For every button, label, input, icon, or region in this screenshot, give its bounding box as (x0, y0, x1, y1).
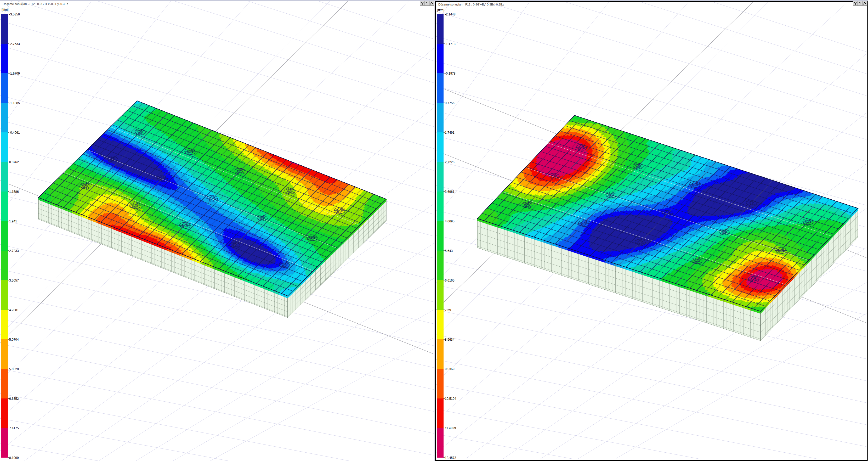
svg-text:1.941: 1.941 (9, 219, 17, 223)
svg-text:11.4839: 11.4839 (445, 427, 456, 430)
svg-text:-1.1713: -1.1713 (445, 42, 456, 46)
svg-text:3.5057: 3.5057 (9, 279, 19, 282)
svg-text:2.7233: 2.7233 (9, 249, 19, 253)
svg-text:Döşeme sonuçları - F12 : 0.9G': Döşeme sonuçları - F12 : 0.9G'+Ex'-0.3Ey… (3, 2, 68, 5)
svg-text:4.2881: 4.2881 (9, 308, 19, 312)
svg-text:6.6352: 6.6352 (9, 397, 19, 401)
svg-text:-1.9709: -1.9709 (9, 72, 20, 75)
svg-text:-2.1448: -2.1448 (445, 12, 456, 16)
svg-text:-3.5356: -3.5356 (9, 12, 20, 16)
svg-text:9.5369: 9.5369 (445, 367, 455, 371)
svg-text:5.643: 5.643 (445, 249, 453, 253)
svg-text:0.3762: 0.3762 (9, 160, 19, 164)
svg-text:5.8528: 5.8528 (9, 367, 19, 371)
svg-text:5.0704: 5.0704 (9, 338, 19, 341)
svg-text:7.59: 7.59 (445, 308, 451, 312)
svg-text:[tf/m]: [tf/m] (437, 8, 444, 12)
svg-text:6.6165: 6.6165 (445, 279, 455, 282)
svg-text:-0.4061: -0.4061 (9, 131, 20, 134)
svg-text:-0.1978: -0.1978 (445, 72, 456, 75)
svg-text:3.6961: 3.6961 (445, 190, 455, 194)
svg-text:10.5104: 10.5104 (445, 397, 456, 401)
svg-text:-1.1885: -1.1885 (9, 101, 20, 105)
svg-text:2.7226: 2.7226 (445, 160, 455, 164)
svg-text:8.1999: 8.1999 (9, 456, 19, 460)
svg-text:1.7491: 1.7491 (445, 131, 455, 134)
svg-text:12.4573: 12.4573 (445, 456, 456, 460)
svg-text:[tf/m]: [tf/m] (2, 8, 9, 11)
svg-text:0.7756: 0.7756 (445, 101, 455, 105)
svg-text:4.6695: 4.6695 (445, 219, 455, 223)
svg-text:8.5634: 8.5634 (445, 338, 455, 341)
svg-text:1.1586: 1.1586 (9, 190, 19, 194)
svg-text:Döşeme sonuçları - F12 : 0.9G': Döşeme sonuçları - F12 : 0.9G'+Ey'-0.3Ex… (438, 3, 504, 6)
svg-text:-2.7533: -2.7533 (9, 42, 20, 46)
svg-text:7.4175: 7.4175 (9, 427, 19, 430)
